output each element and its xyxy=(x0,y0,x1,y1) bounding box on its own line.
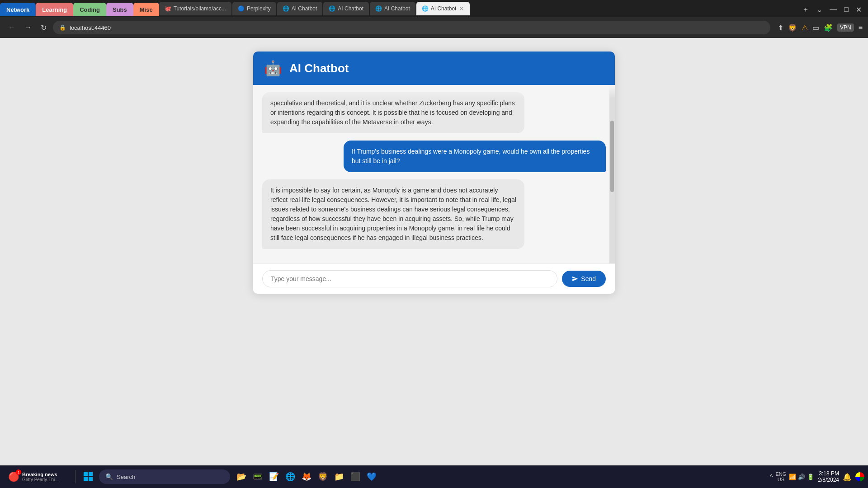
tab-list-button[interactable]: ⌄ xyxy=(814,5,825,15)
tab-favicon-4: 🌐 xyxy=(329,5,335,12)
taskbar-file-icon[interactable]: 📂 xyxy=(234,470,249,483)
region-text: US xyxy=(778,477,784,482)
message-2: If Trump's business dealings were a Mono… xyxy=(262,141,606,172)
minimize-button[interactable]: — xyxy=(827,5,840,14)
tab-favicon-2: 🔵 xyxy=(238,5,244,12)
chat-messages: speculative and theoretical, and it is u… xyxy=(253,85,615,263)
news-text: Breaking news Gritty Pearly-Thi... xyxy=(22,472,59,482)
taskbar-cmd-icon[interactable]: ⬛ xyxy=(348,470,363,483)
taskbar-app-icons: 📂 📟 📝 🌐 🦊 🦁 📁 ⬛ 💙 xyxy=(234,470,379,483)
news-icon: 🔴 1 xyxy=(8,471,19,482)
tab-title-6: AI Chatbot xyxy=(431,5,457,12)
windows-logo-icon xyxy=(83,471,94,482)
wifi-icon[interactable]: 📶 xyxy=(789,474,796,480)
battery-icons: 📶 🔊 🔋 xyxy=(789,474,814,480)
clock-date: 2/8/2024 xyxy=(818,477,839,483)
toolbar-icons: ⬆ 🦁 ⚠ ▭ 🧩 VPN ≡ xyxy=(778,23,863,32)
lock-icon: 🔒 xyxy=(59,24,66,31)
svg-rect-2 xyxy=(84,477,88,481)
taskbar-brave-icon[interactable]: 🦁 xyxy=(315,470,330,483)
page-content: 🤖 AI Chatbot speculative and theoretical… xyxy=(0,38,868,465)
taskbar-separator-1 xyxy=(75,470,75,483)
taskbar-right: ^ ENG US 📶 🔊 🔋 3:18 PM 2/8/2024 🔔 xyxy=(770,470,864,483)
svg-rect-3 xyxy=(89,477,93,481)
tab-group-misc[interactable]: Misc xyxy=(133,3,159,16)
maximize-button[interactable]: □ xyxy=(841,5,851,14)
menu-icon[interactable]: ≡ xyxy=(859,23,863,32)
news-title: Breaking news xyxy=(22,472,59,477)
chat-header-icon: 🤖 xyxy=(264,60,282,77)
notification-icon[interactable]: 🔔 xyxy=(843,473,852,481)
tab-group-coding[interactable]: Coding xyxy=(73,3,106,16)
close-button[interactable]: ✕ xyxy=(853,5,864,15)
taskbar-firefox-icon[interactable]: 🦊 xyxy=(299,470,314,483)
reload-button[interactable]: ↻ xyxy=(38,22,49,34)
browser-chrome: Network Learning Coding Subs Misc 🐙 Tuto… xyxy=(0,0,868,38)
tab-favicon-6: 🌐 xyxy=(422,5,428,12)
browser-tab-2[interactable]: 🔵 Perplexity xyxy=(232,2,276,15)
vpn-icon[interactable]: VPN xyxy=(837,23,854,32)
browser-tab-4[interactable]: 🌐 AI Chatbot xyxy=(323,2,369,15)
new-tab-button[interactable]: ＋ xyxy=(799,4,812,15)
tab-title-3: AI Chatbot xyxy=(292,5,317,12)
bubble-user-1: If Trump's business dealings were a Mono… xyxy=(344,141,606,172)
tab-favicon-5: 🌐 xyxy=(375,5,382,12)
taskbar: 🔴 1 Breaking news Gritty Pearly-Thi... 🔍… xyxy=(0,465,868,488)
send-icon xyxy=(572,276,578,282)
tab-title-2: Perplexity xyxy=(247,5,271,12)
tab-title-5: AI Chatbot xyxy=(384,5,410,12)
send-button[interactable]: Send xyxy=(562,271,606,287)
taskbar-notes-icon[interactable]: 📝 xyxy=(266,470,282,483)
send-label: Send xyxy=(581,275,596,282)
tab-group-learning[interactable]: Learning xyxy=(36,3,73,16)
chat-header: 🤖 AI Chatbot xyxy=(253,52,615,85)
sys-clock[interactable]: 3:18 PM 2/8/2024 xyxy=(818,470,839,483)
browser-tab-6[interactable]: 🌐 AI Chatbot ✕ xyxy=(416,2,470,15)
svg-rect-1 xyxy=(89,472,93,476)
bubble-bot-1: speculative and theoretical, and it is u… xyxy=(262,92,524,133)
tab-favicon-1: 🐙 xyxy=(165,5,171,12)
tab-title-1: Tutorials/ollama/acc... xyxy=(174,5,226,12)
share-icon[interactable]: ⬆ xyxy=(778,23,783,32)
sidebar-toggle-icon[interactable]: ▭ xyxy=(812,23,819,32)
message-3: It is impossible to say for certain, as … xyxy=(262,179,606,249)
back-button[interactable]: ← xyxy=(5,22,18,33)
sys-tray: ^ ENG US 📶 🔊 🔋 xyxy=(770,471,814,482)
brave-shield-icon[interactable]: 🦁 xyxy=(788,23,797,32)
tab-bar: Network Learning Coding Subs Misc 🐙 Tuto… xyxy=(0,0,868,17)
scroll-track[interactable] xyxy=(609,85,615,263)
tab-favicon-3: 🌐 xyxy=(283,5,289,12)
brave-alert-icon[interactable]: ⚠ xyxy=(802,23,808,32)
tab-close-6[interactable]: ✕ xyxy=(459,5,464,12)
tab-group-network[interactable]: Network xyxy=(0,3,36,16)
tab-title-4: AI Chatbot xyxy=(338,5,363,12)
tabs-list: 🐙 Tutorials/ollama/acc... 🔵 Perplexity 🌐… xyxy=(159,2,796,17)
search-bar-text: Search xyxy=(117,474,135,480)
battery-icon[interactable]: 🔋 xyxy=(807,474,814,480)
lang-indicator: ENG US xyxy=(775,471,786,482)
address-input-wrap[interactable]: 🔒 localhost:44460 xyxy=(53,21,770,34)
news-badge: 1 xyxy=(16,469,21,475)
browser-tab-5[interactable]: 🌐 AI Chatbot xyxy=(370,2,415,15)
chat-input[interactable] xyxy=(262,270,557,287)
volume-icon[interactable]: 🔊 xyxy=(798,474,805,480)
start-button[interactable] xyxy=(79,469,97,485)
message-1: speculative and theoretical, and it is u… xyxy=(262,92,606,133)
tab-group-subs[interactable]: Subs xyxy=(106,3,133,16)
browser-tab-3[interactable]: 🌐 AI Chatbot xyxy=(277,2,323,15)
lang-text: ENG xyxy=(775,471,786,477)
search-bar[interactable]: 🔍 Search xyxy=(99,469,230,484)
forward-button[interactable]: → xyxy=(22,22,34,33)
taskbar-vscode-icon[interactable]: 💙 xyxy=(364,470,379,483)
browser-tab-1[interactable]: 🐙 Tutorials/ollama/acc... xyxy=(159,2,231,15)
address-bar: ← → ↻ 🔒 localhost:44460 ⬆ 🦁 ⚠ ▭ 🧩 VPN ≡ xyxy=(0,17,868,38)
taskbar-terminal-icon[interactable]: 📟 xyxy=(250,470,265,483)
chat-input-area: Send xyxy=(253,263,615,294)
extensions-icon[interactable]: 🧩 xyxy=(824,23,833,32)
taskbar-folder-icon[interactable]: 📁 xyxy=(331,470,347,483)
taskbar-news[interactable]: 🔴 1 Breaking news Gritty Pearly-Thi... xyxy=(4,469,71,484)
taskbar-edge-icon[interactable]: 🌐 xyxy=(283,470,298,483)
tray-expand-icon[interactable]: ^ xyxy=(770,473,773,480)
chat-header-title: AI Chatbot xyxy=(289,61,349,75)
color-ball-icon xyxy=(855,472,864,481)
